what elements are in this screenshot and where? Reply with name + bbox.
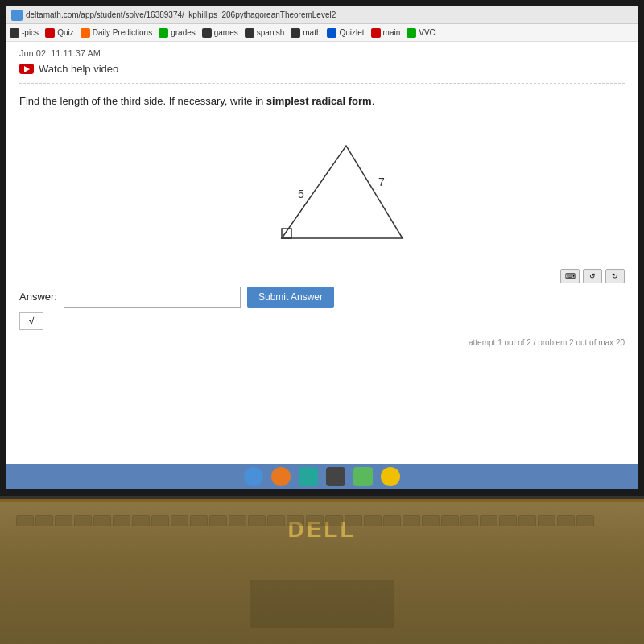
taskbar-icon-3[interactable] — [299, 467, 318, 486]
bookmark-quiz-icon — [45, 28, 55, 38]
bookmark-daily-predictions-icon — [80, 28, 90, 38]
browser-favicon — [11, 10, 23, 21]
bookmark-vvc-label: VVC — [419, 28, 436, 37]
screen: deltamath.com/app/student/solve/16389374… — [6, 6, 638, 489]
bookmark-games-label: games — [214, 28, 238, 37]
bookmark-math-icon — [291, 28, 300, 38]
undo-btn[interactable]: ↺ — [583, 269, 602, 283]
bookmark-grades[interactable]: grades — [159, 28, 196, 38]
submit-answer-button[interactable]: Submit Answer — [247, 287, 334, 308]
browser-url: deltamath.com/app/student/solve/16389374… — [26, 10, 336, 19]
bookmark-pics-label: -pics — [22, 28, 39, 37]
bookmark-vvc[interactable]: VVC — [407, 28, 436, 38]
watch-help-row[interactable]: Watch help video — [19, 63, 625, 75]
bookmark-pics[interactable]: -pics — [10, 28, 39, 38]
bookmark-spanish-icon — [245, 28, 254, 38]
icon-toolbar: ⌨ ↺ ↻ — [19, 269, 625, 283]
answer-label: Answer: — [19, 291, 57, 303]
bookmark-quizlet-icon — [327, 28, 336, 38]
watch-help-label: Watch help video — [39, 63, 118, 75]
bookmark-quiz[interactable]: Quiz — [45, 28, 74, 38]
bookmark-main-icon — [371, 28, 381, 38]
sqrt-row: √ — [19, 312, 625, 330]
taskbar-icon-6[interactable] — [381, 467, 400, 486]
attempt-text: attempt 1 out of 2 / problem 2 out of ma… — [19, 338, 625, 347]
taskbar-icon-5[interactable] — [353, 467, 373, 486]
redo-btn[interactable]: ↻ — [605, 269, 625, 283]
taskbar-icon-2[interactable] — [271, 467, 291, 486]
keyboard-area — [16, 515, 628, 564]
problem-text-start: Find the length of the third side. If ne… — [19, 95, 266, 107]
bookmark-quizlet-label: Quizlet — [339, 28, 364, 37]
bookmark-quizlet[interactable]: Quizlet — [327, 28, 364, 38]
bookmark-math-label: math — [303, 28, 320, 37]
bookmark-games-icon — [202, 28, 212, 38]
touchpad[interactable] — [250, 580, 394, 628]
screen-bezel: deltamath.com/app/student/solve/16389374… — [0, 0, 644, 499]
bookmark-games[interactable]: games — [202, 28, 238, 38]
answer-input[interactable] — [64, 287, 241, 308]
bookmark-daily-predictions-label: Daily Predictions — [93, 28, 152, 37]
page-content: Jun 02, 11:11:37 AM Watch help video Fin… — [6, 42, 638, 489]
bookmark-grades-icon — [159, 28, 168, 38]
sqrt-button[interactable]: √ — [19, 312, 43, 330]
bookmark-pics-icon — [10, 28, 19, 38]
keyboard-icon-btn[interactable]: ⌨ — [560, 269, 580, 283]
side-left-label: 5 — [298, 188, 304, 200]
timestamp: Jun 02, 11:11:37 AM — [19, 48, 625, 58]
youtube-play-icon — [24, 66, 30, 72]
bookmark-main-label: main — [383, 28, 401, 37]
bookmarks-bar: -pics Quiz Daily Predictions grades game… — [6, 24, 638, 42]
triangle-area: 7 5 — [19, 118, 625, 262]
bookmark-spanish[interactable]: spanish — [245, 28, 284, 38]
bookmark-daily-predictions[interactable]: Daily Predictions — [80, 28, 152, 38]
triangle-svg: 7 5 — [217, 118, 427, 262]
bookmark-spanish-label: spanish — [257, 28, 284, 37]
problem-text-end: . — [372, 95, 375, 107]
bookmark-vvc-icon — [407, 28, 416, 38]
side-hypotenuse-label: 7 — [378, 175, 385, 188]
answer-section: Answer: Submit Answer √ attempt 1 out of… — [19, 287, 625, 347]
problem-text: Find the length of the third side. If ne… — [19, 93, 625, 109]
bookmark-main[interactable]: main — [371, 28, 401, 38]
taskbar-icon-4[interactable] — [326, 467, 345, 486]
answer-row: Answer: Submit Answer — [19, 287, 625, 308]
divider — [19, 83, 625, 84]
bookmark-grades-label: grades — [171, 28, 196, 37]
taskbar-icon-1[interactable] — [244, 467, 263, 486]
browser-bar: deltamath.com/app/student/solve/16389374… — [6, 6, 638, 24]
youtube-icon — [19, 64, 34, 74]
bookmark-quiz-label: Quiz — [57, 28, 74, 37]
taskbar — [6, 464, 638, 489]
bookmark-math[interactable]: math — [291, 28, 320, 38]
problem-text-bold: simplest radical form — [266, 95, 372, 107]
